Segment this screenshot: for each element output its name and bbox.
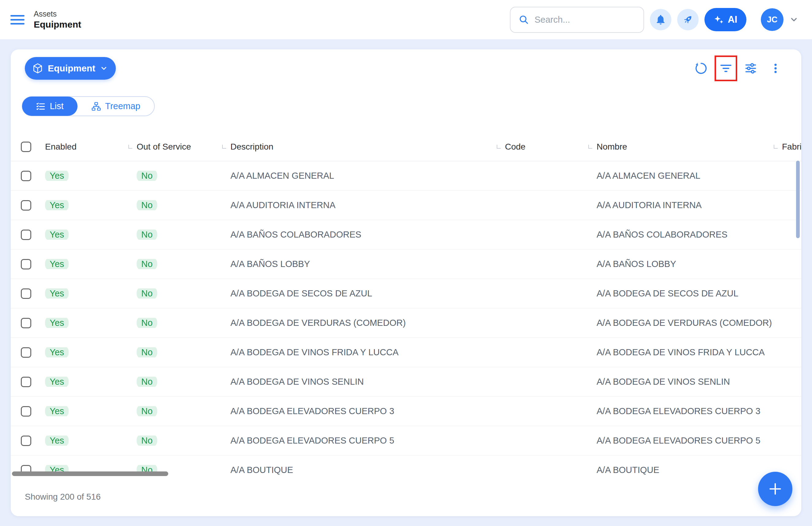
column-header-fabricante[interactable]: Fabric — [782, 142, 801, 152]
out-of-service-badge: No — [137, 377, 157, 387]
table-row[interactable]: Yes No A/A BODEGA DE SECOS DE AZUL A/A B… — [11, 279, 801, 308]
breadcrumb-section: Assets — [34, 10, 81, 18]
add-button[interactable] — [758, 472, 793, 506]
row-checkbox[interactable] — [21, 318, 31, 328]
column-header-description[interactable]: Description — [230, 142, 505, 152]
description-cell: A/A BODEGA ELEVADORES CUERPO 3 — [230, 406, 505, 416]
tab-list[interactable]: List — [22, 97, 77, 116]
search-input[interactable] — [535, 15, 636, 25]
ai-button[interactable]: AI — [705, 8, 746, 31]
horizontal-scrollbar[interactable] — [12, 471, 168, 476]
row-checkbox[interactable] — [21, 288, 31, 299]
filter-button[interactable] — [719, 61, 733, 76]
table-header: Enabled Out of Service Description Code … — [11, 132, 801, 161]
treemap-icon — [91, 101, 101, 111]
select-all-checkbox[interactable] — [21, 142, 31, 152]
rocket-icon — [682, 14, 694, 26]
out-of-service-badge: No — [137, 230, 157, 240]
nombre-cell: A/A BODEGA ELEVADORES CUERPO 5 — [597, 436, 782, 446]
refresh-button[interactable] — [694, 61, 708, 76]
description-cell: A/A BODEGA DE VINOS FRIDA Y LUCCA — [230, 347, 505, 357]
row-checkbox[interactable] — [21, 406, 31, 416]
tab-treemap[interactable]: Treemap — [77, 97, 154, 116]
tab-list-label: List — [49, 101, 63, 111]
row-checkbox[interactable] — [21, 377, 31, 387]
filter-icon — [719, 61, 733, 76]
nombre-cell: A/A BAÑOS COLABORADORES — [597, 230, 782, 240]
table-row[interactable]: Yes No A/A BODEGA ELEVADORES CUERPO 5 A/… — [11, 426, 801, 455]
out-of-service-badge: No — [137, 171, 157, 181]
out-of-service-badge: No — [137, 347, 157, 357]
enabled-badge: Yes — [45, 259, 69, 269]
nombre-cell: A/A BODEGA DE VINOS SENLIN — [597, 377, 782, 387]
table-row[interactable]: Yes No A/A BAÑOS COLABORADORES A/A BAÑOS… — [11, 220, 801, 250]
description-cell: A/A BODEGA DE VERDURAS (COMEDOR) — [230, 318, 505, 328]
table-row[interactable]: Yes No A/A ALMACEN GENERAL A/A ALMACEN G… — [11, 161, 801, 191]
table-body: Yes No A/A ALMACEN GENERAL A/A ALMACEN G… — [11, 161, 801, 477]
out-of-service-badge: No — [137, 288, 157, 299]
out-of-service-badge: No — [137, 406, 157, 416]
description-cell: A/A BOUTIQUE — [230, 465, 505, 475]
nombre-cell: A/A BODEGA DE VERDURAS (COMEDOR) — [597, 318, 782, 328]
view-toggle: List Treemap — [22, 96, 155, 116]
vertical-dots-icon — [769, 62, 782, 74]
table-row[interactable]: Yes No A/A BODEGA DE VERDURAS (COMEDOR) … — [11, 308, 801, 338]
enabled-badge: Yes — [45, 288, 69, 299]
nombre-cell: A/A AUDITORIA INTERNA — [597, 200, 782, 210]
card-toolbar: Equipment — [11, 49, 801, 80]
description-cell: A/A BODEGA ELEVADORES CUERPO 5 — [230, 436, 505, 446]
search-box[interactable] — [510, 7, 644, 33]
nombre-cell: A/A BODEGA DE SECOS DE AZUL — [597, 288, 782, 299]
column-header-out-of-service[interactable]: Out of Service — [137, 142, 230, 152]
enabled-badge: Yes — [45, 406, 69, 416]
column-header-nombre[interactable]: Nombre — [597, 142, 782, 152]
nombre-cell: A/A BODEGA DE VINOS FRIDA Y LUCCA — [597, 347, 782, 357]
more-options-button[interactable] — [768, 61, 783, 76]
notifications-button[interactable] — [650, 9, 671, 30]
history-icon — [694, 61, 708, 75]
tab-treemap-label: Treemap — [105, 101, 140, 111]
column-header-enabled[interactable]: Enabled — [45, 142, 137, 152]
plus-icon — [768, 481, 783, 497]
row-checkbox[interactable] — [21, 436, 31, 446]
showing-count: Showing 200 of 516 — [25, 492, 101, 502]
vertical-scrollbar[interactable] — [796, 161, 800, 238]
row-checkbox[interactable] — [21, 230, 31, 240]
settings-sliders-button[interactable] — [743, 61, 758, 76]
out-of-service-badge: No — [137, 200, 157, 210]
table-row[interactable]: Yes No A/A AUDITORIA INTERNA A/A AUDITOR… — [11, 191, 801, 220]
list-icon — [36, 101, 46, 111]
description-cell: A/A BAÑOS LOBBY — [230, 259, 505, 269]
table-row[interactable]: Yes No A/A BODEGA DE VINOS SENLIN A/A BO… — [11, 367, 801, 397]
toolbar-icons — [694, 61, 783, 76]
row-checkbox[interactable] — [21, 347, 31, 358]
description-cell: A/A ALMACEN GENERAL — [230, 171, 505, 181]
description-cell: A/A BODEGA DE SECOS DE AZUL — [230, 288, 505, 299]
chevron-down-icon[interactable] — [789, 15, 798, 24]
enabled-badge: Yes — [45, 230, 69, 240]
app-header: Assets Equipment AI JC — [0, 0, 812, 39]
description-cell: A/A BAÑOS COLABORADORES — [230, 230, 505, 240]
avatar[interactable]: JC — [761, 8, 783, 31]
box-icon — [32, 63, 43, 74]
out-of-service-badge: No — [137, 318, 157, 328]
row-checkbox[interactable] — [21, 259, 31, 269]
row-checkbox[interactable] — [21, 200, 31, 211]
column-header-code[interactable]: Code — [505, 142, 597, 152]
equipment-dropdown-button[interactable]: Equipment — [25, 57, 116, 80]
chevron-down-icon — [100, 65, 108, 72]
page-title: Equipment — [34, 19, 81, 30]
sparkles-icon — [714, 14, 724, 25]
entity-button-label: Equipment — [48, 63, 95, 74]
row-checkbox[interactable] — [21, 171, 31, 181]
out-of-service-badge: No — [137, 259, 157, 269]
content-card: Equipment List Treemap — [11, 49, 801, 516]
rocket-button[interactable] — [677, 9, 699, 30]
menu-icon[interactable] — [11, 15, 25, 25]
table-row[interactable]: Yes No A/A BODEGA DE VINOS FRIDA Y LUCCA… — [11, 338, 801, 367]
table-row[interactable]: Yes No A/A BODEGA ELEVADORES CUERPO 3 A/… — [11, 397, 801, 426]
enabled-badge: Yes — [45, 318, 69, 328]
nombre-cell: A/A BAÑOS LOBBY — [597, 259, 782, 269]
table-row[interactable]: Yes No A/A BAÑOS LOBBY A/A BAÑOS LOBBY — [11, 250, 801, 279]
header-right: AI JC — [510, 7, 798, 33]
